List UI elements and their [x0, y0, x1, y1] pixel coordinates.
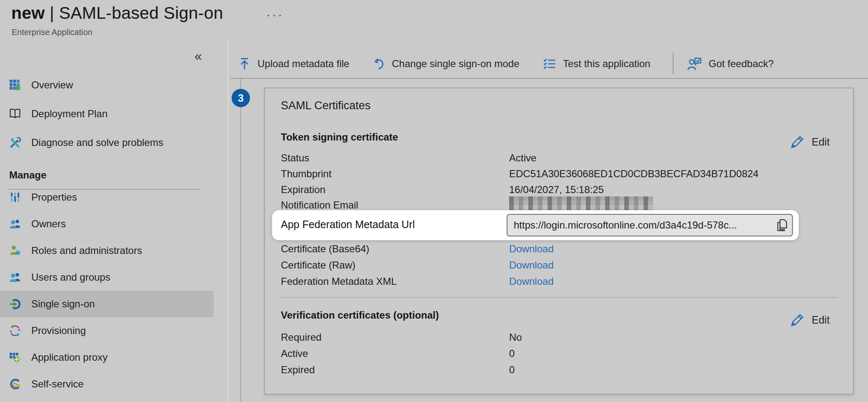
sidebar-item-label: Deployment Plan: [31, 108, 108, 120]
app-name: new: [11, 3, 45, 23]
azure-enterprise-app-sso-page: new | SAML-based Sign-on ··· Enterprise …: [0, 0, 868, 402]
expiration-value: 16/04/2027, 15:18:25: [509, 184, 604, 196]
token-signing-certificate-title: Token signing certificate: [281, 131, 398, 143]
required-label: Required: [281, 332, 321, 343]
status-label: Status: [281, 152, 309, 164]
active-count-value: 0: [509, 348, 515, 359]
sidebar-item-single-sign-on[interactable]: Single sign-on: [0, 291, 214, 317]
properties-icon: [9, 191, 21, 204]
toolbar-rule: [231, 78, 868, 79]
download-certificate-raw-link[interactable]: Download: [509, 259, 554, 271]
required-value: No: [509, 332, 522, 343]
owners-icon: [9, 218, 21, 230]
step-connector-line: [240, 79, 241, 402]
section-divider: [281, 297, 838, 298]
edit-verification-certificates-button[interactable]: Edit: [790, 312, 830, 327]
sidebar-item-users-groups[interactable]: Users and groups: [0, 264, 214, 291]
diagnose-icon: [9, 136, 21, 149]
card-title: SAML Certificates: [281, 99, 371, 112]
metadata-url-field: [507, 214, 793, 236]
edit-button-label: Edit: [812, 314, 830, 326]
sidebar-item-label: Users and groups: [31, 271, 110, 283]
upload-metadata-button[interactable]: Upload metadata file: [238, 54, 349, 73]
sidebar-item-label: Single sign-on: [31, 298, 95, 310]
notification-email-label: Notification Email: [281, 199, 358, 211]
app-federation-metadata-url-label: App Federation Metadata Url: [281, 219, 415, 231]
metadata-url-input[interactable]: [507, 214, 793, 236]
self-service-icon: [9, 378, 21, 390]
overview-icon: [9, 79, 21, 91]
download-federation-metadata-xml-link[interactable]: Download: [509, 276, 554, 287]
upload-icon: [238, 57, 251, 70]
sidebar-item-application-proxy[interactable]: Application proxy: [0, 344, 214, 371]
download-certificate-base64-link[interactable]: Download: [509, 243, 554, 255]
checklist-icon: [543, 58, 556, 70]
edit-pencil-icon: [790, 312, 805, 327]
feedback-icon: [687, 57, 702, 71]
sidebar-item-label: Application proxy: [31, 352, 108, 363]
thumbprint-value: EDC51A30E36068ED1CD0CDB3BECFAD34B71D0824: [509, 168, 759, 180]
toolbar-item-label: Got feedback?: [709, 58, 774, 70]
sidebar-manage-header: Manage: [9, 169, 46, 181]
sidebar-item-self-service[interactable]: Self-service: [0, 371, 214, 397]
sidebar-item-diagnose[interactable]: Diagnose and solve problems: [0, 129, 214, 156]
more-options-icon[interactable]: ···: [266, 8, 284, 22]
expired-count-label: Expired: [281, 364, 315, 376]
sidebar-item-properties[interactable]: Properties: [0, 184, 214, 211]
sidebar-item-deployment-plan[interactable]: Deployment Plan: [0, 100, 214, 127]
step-3-badge: 3: [232, 89, 250, 107]
sidebar-item-label: Provisioning: [31, 325, 86, 337]
got-feedback-button[interactable]: Got feedback?: [687, 54, 774, 73]
verification-certificates-title: Verification certificates (optional): [281, 309, 439, 321]
thumbprint-label: Thumbprint: [281, 168, 331, 180]
expiration-label: Expiration: [281, 184, 326, 196]
app-proxy-icon: [9, 351, 21, 364]
deployment-plan-icon: [9, 108, 21, 120]
sidebar-item-label: Self-service: [31, 378, 83, 390]
test-application-button[interactable]: Test this application: [543, 54, 650, 73]
app-federation-metadata-url-row: App Federation Metadata Url: [272, 210, 799, 240]
page-title-rest: | SAML-based Sign-on: [50, 3, 223, 23]
copy-icon[interactable]: [775, 218, 789, 232]
change-sso-mode-button[interactable]: Change single sign-on mode: [373, 54, 520, 73]
page-subtitle: Enterprise Application: [12, 28, 92, 37]
sidebar-item-owners[interactable]: Owners: [0, 211, 214, 237]
sidebar-item-overview[interactable]: Overview: [0, 72, 214, 98]
edit-token-certificate-button[interactable]: Edit: [790, 134, 830, 149]
certificate-base64-label: Certificate (Base64): [281, 243, 369, 255]
sidebar-item-label: Overview: [31, 79, 73, 91]
provisioning-icon: [9, 324, 21, 337]
edit-pencil-icon: [790, 134, 805, 149]
edit-button-label: Edit: [812, 136, 830, 148]
federation-metadata-xml-label: Federation Metadata XML: [281, 276, 397, 287]
users-groups-icon: [9, 271, 21, 284]
change-mode-icon: [373, 57, 385, 70]
status-value: Active: [509, 152, 536, 164]
single-sign-on-icon: [9, 298, 21, 310]
sidebar-collapse-icon[interactable]: «: [194, 48, 202, 64]
sidebar-item-label: Properties: [31, 191, 77, 203]
toolbar-separator: [673, 53, 674, 74]
panel-separator: [227, 40, 229, 402]
expired-count-value: 0: [509, 364, 515, 376]
roles-icon: [9, 244, 21, 257]
toolbar-item-label: Test this application: [563, 58, 650, 70]
sidebar-item-provisioning[interactable]: Provisioning: [0, 317, 214, 344]
page-title: new | SAML-based Sign-on: [11, 3, 223, 23]
sidebar-item-label: Roles and administrators: [31, 245, 142, 256]
sidebar-item-roles[interactable]: Roles and administrators: [0, 237, 214, 264]
certificate-raw-label: Certificate (Raw): [281, 259, 356, 271]
active-count-label: Active: [281, 348, 308, 359]
saml-certificates-card: SAML Certificates Token signing certific…: [264, 88, 854, 394]
toolbar-item-label: Change single sign-on mode: [392, 58, 520, 70]
sidebar-item-label: Owners: [31, 218, 66, 230]
sidebar-item-label: Diagnose and solve problems: [31, 137, 163, 148]
toolbar-item-label: Upload metadata file: [257, 58, 349, 70]
